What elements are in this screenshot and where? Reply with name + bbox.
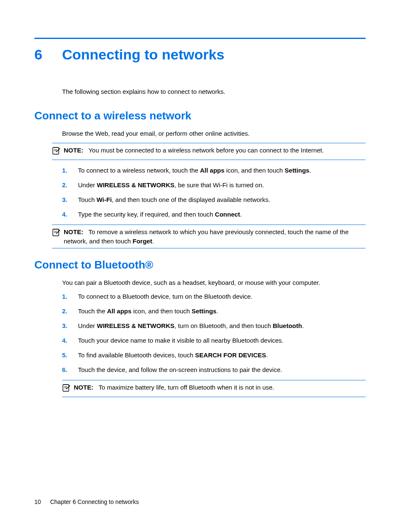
step-item: Under WIRELESS & NETWORKS, be sure that … [62, 181, 366, 189]
section-intro-wifi: Browse the Web, read your email, or perf… [62, 130, 366, 137]
chapter-number: 6 [34, 46, 62, 63]
section-intro-bluetooth: You can pair a Bluetooth device, such as… [62, 279, 366, 286]
page-number: 10 [34, 498, 41, 505]
step-item: Touch Wi-Fi, and then touch one of the d… [62, 195, 366, 204]
section-heading-wifi: Connect to a wireless network [34, 109, 366, 122]
page-footer: 10 Chapter 6 Connecting to networks [34, 498, 139, 505]
note-bluetooth-battery: NOTE: To maximize battery life, turn off… [62, 380, 366, 397]
chapter-rule [34, 38, 366, 39]
step-item: Type the security key, if required, and … [62, 210, 366, 219]
chapter-title: Connecting to networks [62, 46, 224, 63]
note-icon [52, 146, 62, 157]
note-label: NOTE: [64, 147, 83, 154]
note-icon [62, 383, 72, 394]
steps-wifi: To connect to a wireless network, touch … [62, 166, 366, 219]
note-icon [52, 227, 62, 239]
step-item: Touch your device name to make it visibl… [62, 336, 366, 345]
note-text: To maximize battery life, turn off Bluet… [99, 384, 274, 391]
steps-bluetooth: To connect to a Bluetooth device, turn o… [62, 292, 366, 374]
note-text: You must be connected to a wireless netw… [88, 147, 324, 154]
footer-text: Chapter 6 Connecting to networks [50, 498, 139, 505]
note-wifi-prereq: NOTE: You must be connected to a wireles… [52, 143, 366, 160]
step-item: Touch the All apps icon, and then touch … [62, 307, 366, 315]
step-item: To connect to a wireless network, touch … [62, 166, 366, 175]
note-body: NOTE: You must be connected to a wireles… [64, 146, 366, 155]
step-item: Touch the device, and follow the on-scre… [62, 365, 366, 374]
note-label: NOTE: [64, 228, 83, 235]
step-item: Under WIRELESS & NETWORKS, turn on Bluet… [62, 321, 366, 330]
step-item: To connect to a Bluetooth device, turn o… [62, 292, 366, 301]
note-body: NOTE: To maximize battery life, turn off… [74, 383, 366, 392]
note-body: NOTE: To remove a wireless network to wh… [64, 227, 366, 246]
page-body: 6 Connecting to networks The following s… [0, 0, 400, 397]
note-label: NOTE: [74, 384, 94, 391]
section-heading-bluetooth: Connect to Bluetooth® [34, 258, 366, 271]
note-wifi-forget: NOTE: To remove a wireless network to wh… [52, 225, 366, 249]
chapter-intro: The following section explains how to co… [62, 88, 366, 95]
chapter-heading: 6 Connecting to networks [34, 46, 366, 63]
step-item: To find available Bluetooth devices, tou… [62, 351, 366, 359]
